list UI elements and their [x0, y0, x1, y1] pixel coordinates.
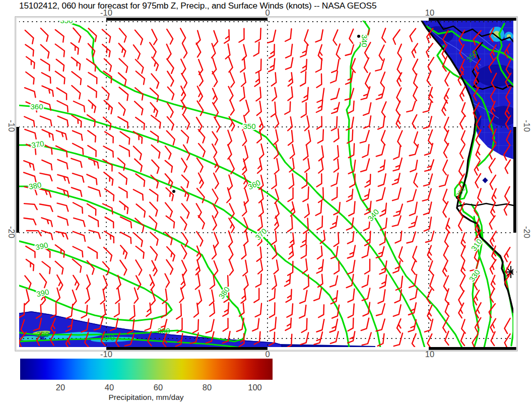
axis-tick-label: -10 [7, 120, 16, 132]
precip-contour-squiggle [443, 126, 474, 146]
axis-tick-label: 0 [265, 8, 270, 17]
axis-tick-label: -10 [100, 8, 112, 17]
map-frame-edge [16, 18, 516, 350]
axis-tick-label: 0 [265, 350, 270, 358]
contour-label: 340 [360, 34, 369, 47]
map-frame-outer [15, 17, 517, 351]
precip-region [18, 311, 283, 347]
precip-colorbar: 20406080100 Precipitation, mm/day [20, 359, 273, 411]
axis-tick-label: 10 [425, 350, 434, 358]
precip-streak [281, 344, 375, 347]
map-dot [172, 190, 175, 193]
axis-tick-label: -10 [100, 350, 112, 358]
colorbar-tick: 100 [248, 383, 262, 392]
country-border [457, 203, 514, 207]
forecast-map: 3403403503503603603703703803803803803903… [0, 0, 532, 358]
colorbar-tick: 40 [105, 383, 114, 392]
contour-label: 310 [470, 237, 484, 252]
contour-label: 370 [31, 139, 44, 149]
wind-barbs [19, 28, 511, 349]
latlon-gridlines [19, 20, 514, 348]
contour-label: 380 [36, 330, 49, 338]
axis-tick-label: 10 [425, 8, 434, 17]
colorbar-tick: 20 [56, 383, 65, 392]
precip-speck [482, 177, 488, 183]
axis-tick-label: -20 [522, 226, 531, 238]
contour-label: 390 [36, 288, 50, 299]
wind-barb-field [19, 28, 511, 349]
contour-label: 350 [243, 122, 255, 130]
map-dot [357, 35, 360, 38]
colorbar-caption: Precipitation, mm/day [108, 393, 183, 402]
axis-tick-label: -10 [522, 120, 531, 132]
geos5-forecast-page: 15102412, 060 hour forecast for 975mb Z,… [0, 0, 532, 411]
contour-label: 360 [30, 102, 43, 111]
contour-label: 330 [468, 268, 482, 283]
map-frame [15, 17, 517, 351]
colorbar-tick: 80 [203, 383, 212, 392]
height-contour [54, 19, 425, 348]
precip-dark-patch [456, 106, 481, 136]
contour-label: 380 [157, 326, 170, 335]
colorbar-gradient [20, 359, 273, 380]
contour-label: 370 [102, 333, 114, 342]
colorbar-tick: 60 [154, 383, 163, 392]
axis-tick-label: -20 [7, 226, 16, 238]
height-contours [18, 19, 513, 348]
